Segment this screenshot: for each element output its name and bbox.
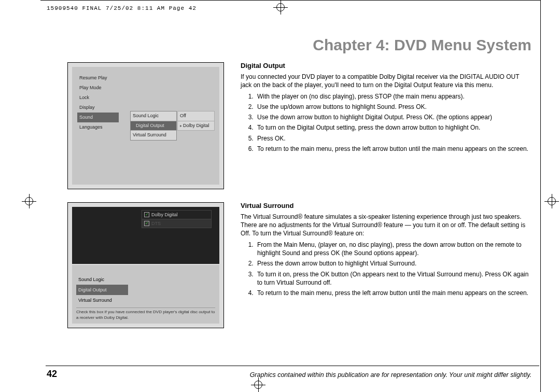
- submenu-sound: Sound Logic Digital Output Virtual Surro…: [130, 111, 177, 141]
- section-heading: Digital Output: [241, 61, 531, 71]
- section-intro: The Virtual Surround® feature simulates …: [241, 213, 531, 238]
- footer-note: Graphics contained within this publicati…: [250, 371, 531, 379]
- submenu-value-label: Dolby Digital: [183, 123, 209, 128]
- print-header: 15909540 FINAL 7/25/02 8:11 AM Page 42: [47, 5, 197, 11]
- screenshot-lower-area: Sound Logic Digital Output Virtual Surro…: [72, 265, 219, 324]
- menu-item: Play Mode: [77, 83, 119, 93]
- step-list: From the Main Menu, (player on, no disc …: [255, 241, 531, 297]
- digital-options-box: ✓Dolby Digital ✓DTS: [142, 210, 212, 228]
- step-item: To return to the main menu, press the le…: [255, 289, 531, 297]
- menu-item: Display: [77, 103, 119, 113]
- crop-mark-right-v: [552, 194, 552, 208]
- footer-rule: [46, 366, 539, 366]
- list-item-highlighted: Digital Output: [76, 285, 128, 295]
- menu-item-highlighted: Sound: [77, 113, 119, 122]
- submenu-item-label: Digital Output: [136, 123, 164, 128]
- screenshot-sound-menu: Resume Play Play Mode Lock Display Sound…: [67, 62, 224, 189]
- step-list: With the player on (no disc playing), pr…: [255, 92, 531, 153]
- section-intro: If you connected your DVD player to a co…: [241, 73, 531, 89]
- screenshot-digital-output: ✓Dolby Digital ✓DTS Sound Logic Digital …: [67, 202, 224, 328]
- chapter-title: Chapter 4: DVD Menu System: [313, 36, 531, 54]
- option-dolby-digital: ✓Dolby Digital: [142, 211, 211, 219]
- submenu-value: Dolby Digital: [177, 121, 215, 131]
- step-item: Press the down arrow button to highlight…: [255, 259, 531, 268]
- list-item: Virtual Surround: [76, 295, 128, 305]
- screenshot-inner: Resume Play Play Mode Lock Display Sound…: [72, 67, 219, 185]
- step-item: With the player on (no disc playing), pr…: [255, 92, 531, 101]
- step-item: To turn on the Digital Output setting, p…: [255, 123, 531, 132]
- submenu-value: Off: [177, 111, 215, 121]
- list-item: Sound Logic: [76, 274, 128, 285]
- checkbox-icon: ✓: [144, 212, 149, 217]
- crop-mark-top-v: [281, 0, 281, 15]
- section-digital-output: Digital Output If you connected your DVD…: [241, 61, 531, 155]
- step-item: Use the down arrow button to highlight D…: [255, 113, 531, 121]
- option-label: DTS: [151, 221, 161, 226]
- menu-item: Resume Play: [77, 73, 119, 83]
- menu-item: Languages: [77, 122, 119, 132]
- step-item: To return to the main menu, press the le…: [255, 145, 531, 153]
- option-dts: ✓DTS: [142, 219, 211, 228]
- step-item: To turn it on, press the OK button (On a…: [255, 270, 531, 287]
- step-item: Press OK.: [255, 134, 531, 143]
- crop-mark-left-v: [29, 194, 30, 208]
- screenshot-caption: Check this box if you have connected the…: [76, 307, 215, 320]
- page-number: 42: [47, 369, 57, 380]
- checkbox-icon: ✓: [144, 221, 149, 226]
- menu-item: Lock: [77, 93, 119, 103]
- section-heading: Virtual Surround: [241, 201, 531, 211]
- submenu-item: Virtual Surround: [131, 131, 176, 140]
- screenshot-dark-area: ✓Dolby Digital ✓DTS: [72, 207, 219, 264]
- main-menu-list: Resume Play Play Mode Lock Display Sound…: [77, 73, 119, 133]
- crop-mark-bottom-v: [258, 377, 259, 392]
- submenu-item-highlighted: Digital Output: [131, 121, 176, 131]
- submenu-values: Off Dolby Digital: [177, 111, 215, 131]
- step-item: From the Main Menu, (player on, no disc …: [255, 241, 531, 257]
- page-frame: [40, 0, 541, 392]
- step-item: Use the up/down arrow buttons to highlig…: [255, 103, 531, 111]
- sound-option-list: Sound Logic Digital Output Virtual Surro…: [76, 274, 128, 305]
- submenu-item: Sound Logic: [131, 111, 176, 121]
- section-virtual-surround: Virtual Surround The Virtual Surround® f…: [241, 201, 531, 299]
- option-label: Dolby Digital: [151, 212, 178, 217]
